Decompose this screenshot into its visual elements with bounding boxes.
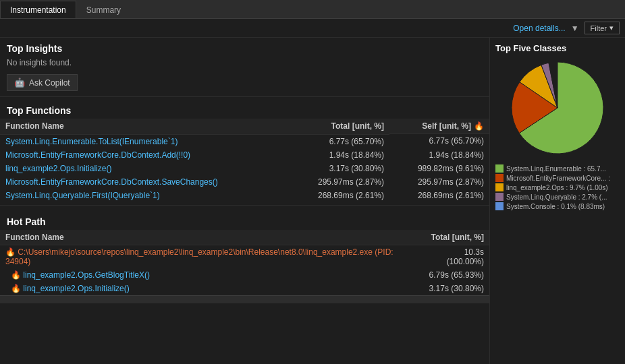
legend-label: System.Console : 0.1% (8.83ms) xyxy=(506,203,605,210)
legend-label: System.Linq.Queryable : 2.7% (... xyxy=(506,193,607,201)
total-cell: 6.77s (65.70%) xyxy=(290,134,389,148)
tab-summary[interactable]: Summary xyxy=(76,1,131,18)
legend-color-box xyxy=(495,202,504,210)
legend-item: System.Console : 0.1% (8.83ms) xyxy=(495,202,620,211)
col-function-name: Function Name xyxy=(0,119,290,134)
hot-path-title: Hot Path xyxy=(0,211,489,230)
pie-chart-container xyxy=(495,57,620,158)
self-cell: 989.82ms (9.61%) xyxy=(389,162,489,175)
legend-item: System.Linq.Enumerable : 65.7... xyxy=(495,164,620,173)
flame-icon: 🔥 xyxy=(11,270,23,280)
horizontal-scrollbar[interactable] xyxy=(0,295,489,303)
hot-path-function-cell[interactable]: 🔥 linq_example2.Ops.GetBlogTitleX() xyxy=(0,268,421,282)
top-functions-table: Function Name Total [unit, %] Self [unit… xyxy=(0,119,489,202)
function-name-cell[interactable]: Microsoft.EntityFrameworkCore.DbContext.… xyxy=(0,148,290,162)
function-name-text: C:\Users\mikejo\source\repos\linq_exampl… xyxy=(5,247,393,266)
tab-bar: Instrumentation Summary xyxy=(0,0,625,19)
legend-label: linq_example2.Ops : 9.7% (1.00s) xyxy=(506,184,608,191)
flame-icon: 🔥 xyxy=(5,247,18,257)
left-panel: Top Insights No insights found. 🤖 Ask Co… xyxy=(0,38,490,364)
open-details-link[interactable]: Open details... xyxy=(513,24,565,33)
table-row: System.Linq.Enumerable.ToList(IEnumerabl… xyxy=(0,134,489,148)
ask-copilot-label: Ask Copilot xyxy=(29,78,70,88)
hot-path-function-cell[interactable]: 🔥 linq_example2.Ops.Initialize() xyxy=(0,282,421,295)
legend-label: System.Linq.Enumerable : 65.7... xyxy=(506,165,606,173)
copilot-icon: 🤖 xyxy=(14,78,25,88)
function-name-cell[interactable]: System.Linq.Enumerable.ToList(IEnumerabl… xyxy=(0,134,290,148)
filter-button[interactable]: Filter ▾ xyxy=(585,22,620,34)
filter-icon: ▼ xyxy=(571,24,579,33)
legend-color-box xyxy=(495,193,504,201)
hot-path-table: Function Name Total [unit, %] 🔥 C:\Users… xyxy=(0,230,489,295)
filter-label: Filter xyxy=(591,24,607,32)
ask-copilot-button[interactable]: 🤖 Ask Copilot xyxy=(7,74,78,91)
pie-legend: System.Linq.Enumerable : 65.7...Microsof… xyxy=(495,164,620,211)
total-cell: 295.97ms (2.87%) xyxy=(290,175,389,189)
self-cell: 295.97ms (2.87%) xyxy=(389,175,489,189)
total-cell: 268.69ms (2.61%) xyxy=(290,189,389,202)
legend-color-box xyxy=(495,183,504,191)
legend-color-box xyxy=(495,164,504,173)
function-name-text: linq_example2.Ops.Initialize() xyxy=(23,284,129,293)
hot-path-total-cell: 10.3s (100.00%) xyxy=(421,245,489,268)
hot-path-total-cell: 6.79s (65.93%) xyxy=(421,268,489,282)
function-name-cell[interactable]: System.Linq.Queryable.First(IQueryable`1… xyxy=(0,189,290,202)
legend-label: Microsoft.EntityFrameworkCore... : xyxy=(506,175,610,182)
col-self: Self [unit, %] 🔥 xyxy=(389,119,489,134)
table-row: Microsoft.EntityFrameworkCore.DbContext.… xyxy=(0,175,489,189)
main-layout: Top Insights No insights found. 🤖 Ask Co… xyxy=(0,38,625,364)
hot-path-row: 🔥 linq_example2.Ops.GetBlogTitleX()6.79s… xyxy=(0,268,489,282)
legend-item: System.Linq.Queryable : 2.7% (... xyxy=(495,192,620,202)
tab-instrumentation[interactable]: Instrumentation xyxy=(0,1,76,18)
no-insights-text: No insights found. xyxy=(0,57,489,71)
col-total: Total [unit, %] xyxy=(290,119,389,134)
hot-path-function-cell[interactable]: 🔥 C:\Users\mikejo\source\repos\linq_exam… xyxy=(0,245,421,268)
legend-item: Microsoft.EntityFrameworkCore... : xyxy=(495,173,620,183)
self-cell: 1.94s (18.84%) xyxy=(389,148,489,162)
table-row: Microsoft.EntityFrameworkCore.DbContext.… xyxy=(0,148,489,162)
table-row: System.Linq.Queryable.First(IQueryable`1… xyxy=(0,189,489,202)
legend-color-box xyxy=(495,174,504,182)
hot-path-total-cell: 3.17s (30.80%) xyxy=(421,282,489,295)
top-insights-title: Top Insights xyxy=(0,38,489,57)
function-name-cell[interactable]: linq_example2.Ops.Initialize() xyxy=(0,162,290,175)
table-row: linq_example2.Ops.Initialize()3.17s (30.… xyxy=(0,162,489,175)
toolbar: Open details... ▼ Filter ▾ xyxy=(0,19,625,38)
col-hp-total: Total [unit, %] xyxy=(421,230,489,245)
pie-chart-title: Top Five Classes xyxy=(495,43,620,53)
top-insights-section: Top Insights No insights found. 🤖 Ask Co… xyxy=(0,38,489,91)
total-cell: 1.94s (18.84%) xyxy=(290,148,389,162)
top-functions-title: Top Functions xyxy=(0,100,489,119)
function-name-cell[interactable]: Microsoft.EntityFrameworkCore.DbContext.… xyxy=(0,175,290,189)
total-cell: 3.17s (30.80%) xyxy=(290,162,389,175)
function-name-text: linq_example2.Ops.GetBlogTitleX() xyxy=(23,270,150,280)
divider-1 xyxy=(0,96,489,97)
self-cell: 268.69ms (2.61%) xyxy=(389,189,489,202)
pie-chart-svg xyxy=(507,57,608,158)
flame-icon: 🔥 xyxy=(11,284,23,293)
col-hp-function-name: Function Name xyxy=(0,230,421,245)
self-cell: 6.77s (65.70%) xyxy=(389,134,489,148)
right-panel: Top Five Classes System.Linq.Enumerable … xyxy=(490,38,625,364)
legend-item: linq_example2.Ops : 9.7% (1.00s) xyxy=(495,183,620,192)
hot-path-row: 🔥 linq_example2.Ops.Initialize()3.17s (3… xyxy=(0,282,489,295)
top-functions-section: Top Functions Function Name Total [unit,… xyxy=(0,100,489,202)
hot-path-row: 🔥 C:\Users\mikejo\source\repos\linq_exam… xyxy=(0,245,489,268)
hot-path-section: Hot Path Function Name Total [unit, %] 🔥… xyxy=(0,211,489,295)
filter-dropdown-icon: ▾ xyxy=(609,24,614,32)
divider-2 xyxy=(0,205,489,206)
